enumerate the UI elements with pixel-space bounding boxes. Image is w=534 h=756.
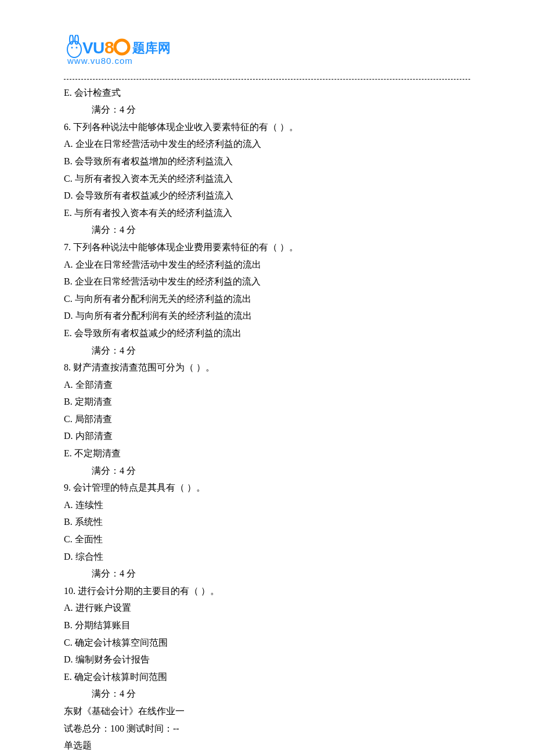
option-b: B. 会导致所有者权益增加的经济利益流入 (64, 154, 470, 169)
header-divider (64, 79, 470, 80)
score-line: 满分：4 分 (64, 463, 470, 478)
option-a: A. 连续性 (64, 498, 470, 513)
svg-point-4 (76, 47, 78, 49)
option-c: C. 确定会计核算空间范围 (64, 635, 470, 650)
score-line: 满分：4 分 (64, 686, 470, 701)
svg-text:8: 8 (104, 38, 114, 57)
score-line: 满分：4 分 (64, 343, 470, 358)
score-line: 满分：4 分 (64, 222, 470, 237)
svg-point-1 (70, 35, 73, 44)
svg-text:题库网: 题库网 (132, 41, 171, 55)
option-d: D. 内部清查 (64, 429, 470, 444)
svg-point-0 (67, 41, 81, 57)
exam-info: 试卷总分：100 测试时间：-- (64, 721, 470, 736)
score-line: 满分：4 分 (64, 566, 470, 581)
option-a: A. 企业在日常经营活动中发生的经济利益的流入 (64, 136, 470, 152)
svg-text:V: V (82, 39, 93, 57)
option-e: E. 会计检查式 (64, 85, 470, 100)
option-e: E. 不定期清查 (64, 446, 470, 461)
option-e: E. 确定会计核算时间范围 (64, 669, 470, 685)
svg-point-3 (71, 47, 73, 49)
svg-point-2 (75, 35, 78, 44)
option-c: C. 与向所有者分配利润无关的经济利益的流出 (64, 291, 470, 307)
score-line: 满分：4 分 (64, 102, 470, 117)
option-d: D. 综合性 (64, 549, 470, 564)
option-c: C. 局部清查 (64, 412, 470, 427)
option-b: B. 企业在日常经营活动中发生的经济利益的流入 (64, 274, 470, 289)
question-6: 6. 下列各种说法中能够体现企业收入要素特征的有（ ）。 (64, 120, 470, 135)
option-e: E. 与所有者投入资本有关的经济利益流入 (64, 206, 470, 221)
option-c: C. 与所有者投入资本无关的经济利益流入 (64, 171, 470, 186)
header-logo: V U 8 题库网 www.vu80.com (64, 35, 470, 74)
vu80-logo-icon: V U 8 题库网 www.vu80.com (64, 35, 180, 70)
option-c: C. 全面性 (64, 532, 470, 547)
option-a: A. 进行账户设置 (64, 600, 470, 615)
section-single: 单选题 (64, 738, 470, 753)
option-d: D. 与向所有者分配利润有关的经济利益的流出 (64, 308, 470, 323)
option-a: A. 全部清查 (64, 377, 470, 393)
option-d: D. 编制财务会计报告 (64, 652, 470, 667)
option-b: B. 定期清查 (64, 394, 470, 409)
option-b: B. 系统性 (64, 514, 470, 530)
svg-text:U: U (93, 39, 104, 57)
option-b: B. 分期结算账目 (64, 618, 470, 633)
svg-point-8 (115, 40, 129, 54)
option-a: A. 企业在日常经营活动中发生的经济利益的流出 (64, 257, 470, 272)
option-e: E. 会导致所有者权益减少的经济利益的流出 (64, 326, 470, 341)
question-7: 7. 下列各种说法中能够体现企业费用要素特征的有（ ）。 (64, 240, 470, 255)
question-10: 10. 进行会计分期的主要目的有（ ）。 (64, 584, 470, 599)
question-9: 9. 会计管理的特点是其具有（ ）。 (64, 480, 470, 495)
svg-text:www.vu80.com: www.vu80.com (67, 56, 133, 66)
question-8: 8. 财产清查按清查范围可分为（ ）。 (64, 360, 470, 375)
exam-title: 东财《基础会计》在线作业一 (64, 704, 470, 719)
option-d: D. 会导致所有者权益减少的经济利益流入 (64, 188, 470, 203)
